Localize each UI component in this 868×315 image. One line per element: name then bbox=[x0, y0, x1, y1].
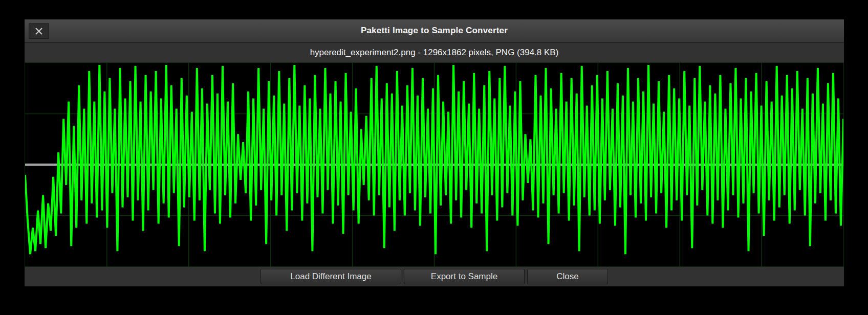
file-info-text: hyperedit_experiment2.png - 1296x1862 pi… bbox=[310, 48, 559, 58]
title-bar: Paketti Image to Sample Converter bbox=[25, 19, 844, 43]
export-to-sample-button[interactable]: Export to Sample bbox=[404, 269, 525, 284]
info-bar: hyperedit_experiment2.png - 1296x1862 pi… bbox=[25, 43, 844, 62]
dialog-window: Paketti Image to Sample Converter hypere… bbox=[25, 19, 844, 286]
load-different-image-button[interactable]: Load Different Image bbox=[261, 269, 401, 284]
close-x-icon bbox=[34, 27, 44, 36]
footer-bar: Load Different Image Export to Sample Cl… bbox=[25, 267, 844, 286]
window-title: Paketti Image to Sample Converter bbox=[361, 26, 508, 36]
close-button[interactable] bbox=[29, 23, 49, 39]
waveform-svg bbox=[25, 63, 843, 266]
waveform-display bbox=[25, 62, 844, 267]
close-dialog-button[interactable]: Close bbox=[527, 269, 608, 284]
